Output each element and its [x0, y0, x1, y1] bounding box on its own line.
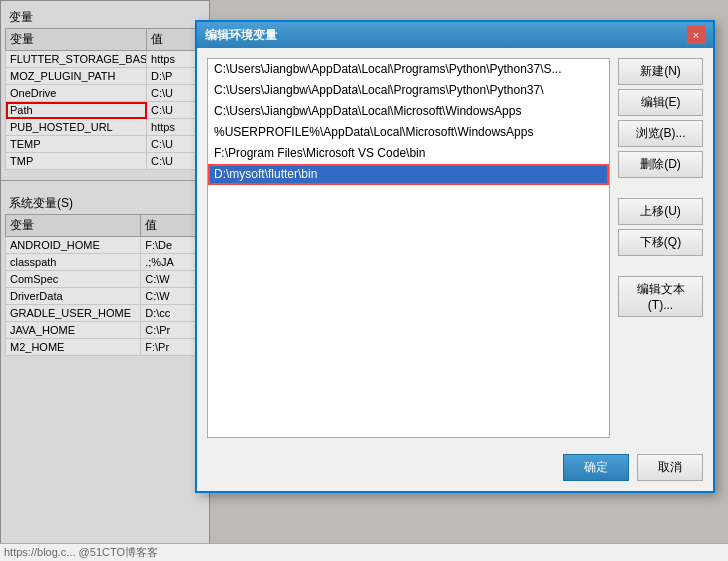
url-text: https://blog.c... @51CTO博客客	[4, 545, 158, 560]
cancel-button[interactable]: 取消	[637, 454, 703, 481]
edit-button[interactable]: 编辑(E)	[618, 89, 703, 116]
path-list-item[interactable]: C:\Users\Jiangbw\AppData\Local\Programs\…	[208, 80, 609, 101]
path-list-item[interactable]: F:\Program Files\Microsoft VS Code\bin	[208, 143, 609, 164]
delete-button[interactable]: 删除(D)	[618, 151, 703, 178]
move-buttons-group: 上移(U) 下移(Q)	[618, 198, 703, 256]
browse-button[interactable]: 浏览(B)...	[618, 120, 703, 147]
modal-body: C:\Users\Jiangbw\AppData\Local\Programs\…	[197, 48, 713, 448]
edit-text-group: 编辑文本(T)...	[618, 276, 703, 317]
url-bar: https://blog.c... @51CTO博客客	[0, 543, 728, 561]
edit-env-var-dialog: 编辑环境变量 × C:\Users\Jiangbw\AppData\Local\…	[195, 20, 715, 493]
move-down-button[interactable]: 下移(Q)	[618, 229, 703, 256]
modal-title: 编辑环境变量	[205, 27, 277, 44]
new-button[interactable]: 新建(N)	[618, 58, 703, 85]
buttons-panel: 新建(N) 编辑(E) 浏览(B)... 删除(D) 上移(U) 下移(Q) 编…	[618, 58, 703, 438]
ok-button[interactable]: 确定	[563, 454, 629, 481]
path-list[interactable]: C:\Users\Jiangbw\AppData\Local\Programs\…	[207, 58, 610, 438]
path-list-item[interactable]: D:\mysoft\flutter\bin	[208, 164, 609, 185]
path-list-item[interactable]: %USERPROFILE%\AppData\Local\Microsoft\Wi…	[208, 122, 609, 143]
edit-text-button[interactable]: 编辑文本(T)...	[618, 276, 703, 317]
top-buttons-group: 新建(N) 编辑(E) 浏览(B)... 删除(D)	[618, 58, 703, 178]
modal-close-button[interactable]: ×	[687, 26, 705, 44]
modal-titlebar: 编辑环境变量 ×	[197, 22, 713, 48]
move-up-button[interactable]: 上移(U)	[618, 198, 703, 225]
path-list-item[interactable]: C:\Users\Jiangbw\AppData\Local\Programs\…	[208, 59, 609, 80]
path-list-item[interactable]: C:\Users\Jiangbw\AppData\Local\Microsoft…	[208, 101, 609, 122]
modal-footer: 确定 取消	[197, 448, 713, 491]
